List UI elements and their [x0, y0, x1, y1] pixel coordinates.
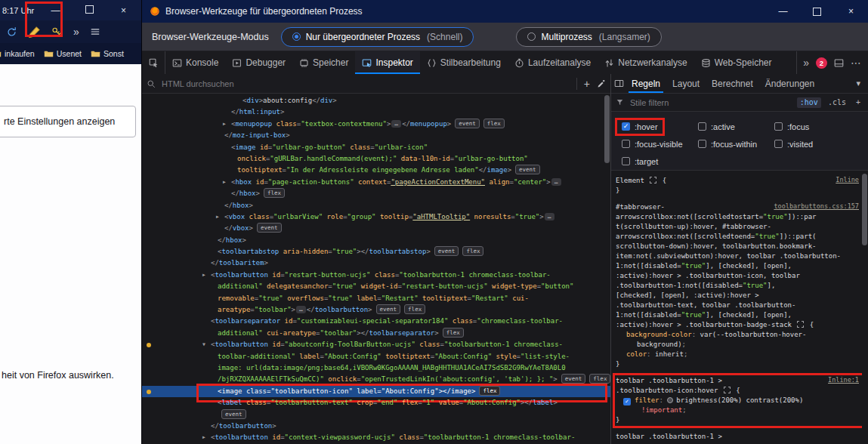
rule-line[interactable]: background);	[616, 340, 862, 350]
markup-scrollbar-thumb[interactable]	[604, 95, 610, 163]
markup-line[interactable]: additional" cui-areatype="toolbar"></too…	[142, 328, 610, 339]
flex-badge[interactable]: flex	[404, 304, 425, 314]
checkbox-icon[interactable]	[622, 140, 630, 148]
overflow-chevron-icon[interactable]: »	[73, 26, 79, 37]
markup-line[interactable]: ▶<toolbarbutton id="context-viewpassword…	[142, 432, 610, 443]
toggle-cls-button[interactable]: .cls	[825, 97, 849, 108]
collapsed-children-button[interactable]: …	[391, 120, 401, 128]
markup-line[interactable]: ▼<toolbarbutton id="aboutconfig-ToolBarB…	[142, 339, 610, 350]
event-badge[interactable]: event	[434, 246, 459, 256]
element-picker-button[interactable]	[142, 51, 165, 74]
pseudo-toggle-active[interactable]: :active	[693, 120, 740, 134]
checkbox-icon[interactable]	[622, 157, 630, 165]
markup-line[interactable]: tooltiptext="In der Adressleiste eingege…	[142, 165, 610, 176]
show-settings-button[interactable]: rte Einstellungen anzeigen	[0, 106, 136, 137]
rule-line[interactable]: background-color: var(--toolbarbutton-ho…	[616, 330, 862, 340]
tab-laufzeitanalyse[interactable]: Laufzeitanalyse	[508, 51, 598, 74]
pseudo-toggle-target[interactable]: :target	[617, 155, 663, 168]
markup-line[interactable]: <label class="toolbarbutton-text" crop="…	[142, 397, 610, 409]
tab-inspektor[interactable]: Inspektor	[355, 51, 419, 74]
event-badge[interactable]: event	[561, 374, 586, 384]
rule-line[interactable]: t(scrollbutton-up):hover, #tabbrowser-	[616, 222, 862, 232]
sidebar-tab-layout[interactable]: Layout	[666, 74, 706, 93]
markup-line[interactable]: <div>about:config</div>	[142, 95, 610, 106]
selector-highlighter-icon[interactable]	[797, 321, 804, 328]
pseudo-toggle-focus-within[interactable]: :focus-within	[693, 137, 761, 151]
stylesheet-link[interactable]: toolbarbuttons.css:157	[774, 202, 859, 210]
flex-badge[interactable]: flex	[483, 119, 505, 128]
rules-scrollbar-thumb[interactable]	[862, 174, 867, 245]
event-badge[interactable]: event	[455, 119, 480, 128]
rule-line[interactable]: }	[616, 415, 862, 425]
selector-highlighter-icon[interactable]	[650, 177, 656, 183]
rule-line[interactable]: arrowscrollbox:not([scrolledtoend="true"…	[616, 232, 862, 242]
rule-line[interactable]: .toolbarbutton-1:not([disabled="true"],	[616, 281, 862, 291]
tab-debugger[interactable]: Debugger	[225, 51, 292, 74]
markup-line[interactable]: onclick="gURLBar.handleCommand(event);" …	[142, 153, 610, 165]
flex-badge[interactable]: flex	[462, 246, 483, 256]
pseudo-toggle-visited[interactable]: :visited	[770, 137, 817, 151]
rule-line[interactable]: arrowscrollbox:not([scrolledtostart="tru…	[616, 212, 862, 222]
checkbox-icon[interactable]	[698, 122, 706, 131]
markup-line[interactable]: ▶<toolbarbutton id="restart-button-ucjs"…	[142, 270, 610, 281]
filter-swatch-icon[interactable]	[667, 397, 673, 403]
collapsed-children-button[interactable]: …	[545, 213, 554, 220]
sidebar-tab-berechnet[interactable]: Berechnet	[706, 74, 759, 93]
eyedropper-icon[interactable]	[597, 79, 606, 88]
markup-line[interactable]: <toolbartabstop aria-hidden="true"></too…	[142, 246, 610, 257]
bookmark-folder[interactable]: Usenet	[44, 49, 82, 59]
markup-line[interactable]: </moz-input-box>	[142, 130, 610, 141]
flex-badge[interactable]: flex	[589, 374, 610, 384]
expand-arrow-icon[interactable]: ▶	[202, 270, 205, 281]
pseudo-toggle-hover[interactable]: ✓:hover	[617, 120, 663, 134]
three-pane-toggle-icon[interactable]	[614, 79, 624, 88]
css-rule[interactable]: toolbar .toolbarbutton-1 >	[616, 432, 862, 442]
event-badge[interactable]: event	[221, 409, 246, 419]
stylesheet-link[interactable]: Inline	[836, 176, 859, 183]
markup-line[interactable]: </toolbaritem>	[142, 257, 610, 269]
css-rule[interactable]: toolbarbuttons.css:157#tabbrowser-arrows…	[616, 202, 862, 369]
rule-line[interactable]: !important;	[616, 405, 862, 415]
markup-line[interactable]: </toolbarbutton>	[142, 421, 610, 432]
markup-line[interactable]: </hbox>	[142, 235, 610, 246]
expand-arrow-icon[interactable]: ▶	[223, 119, 226, 130]
hamburger-menu-icon[interactable]	[90, 26, 100, 37]
markup-line[interactable]: /bjRXZQXAAAAAElFTkSuQmCC)" onclick="open…	[142, 374, 610, 385]
tab-overflow-button[interactable]: »	[803, 57, 809, 68]
bookmark-folder[interactable]: Sonst	[91, 49, 124, 59]
password-key-icon[interactable]	[51, 26, 63, 38]
selector-highlighter-icon[interactable]	[724, 387, 731, 393]
markup-line[interactable]: </hbox>flex	[142, 188, 610, 199]
markup-line[interactable]: ▶<hbox id="page-action-buttons" context=…	[142, 177, 610, 188]
expand-arrow-icon[interactable]: ▶	[202, 432, 205, 443]
style-filter-input[interactable]	[629, 97, 792, 108]
rule-line[interactable]: .toolbarbutton-text, toolbar .toolbarbut…	[616, 301, 862, 310]
css-rule[interactable]: InlineElement {}	[616, 176, 862, 196]
rule-line[interactable]: item:not(.subviewbutton):hover, toolbar …	[616, 251, 862, 261]
markup-line[interactable]: </vbox>event	[142, 223, 610, 234]
rule-line[interactable]: toolbar .toolbarbutton-1 >	[616, 432, 862, 442]
rule-line[interactable]: Element {	[616, 176, 862, 186]
markup-line[interactable]: ▶<vbox class="urlbarView" role="group" t…	[142, 211, 610, 223]
split-console-icon[interactable]	[834, 58, 844, 68]
markup-line[interactable]: removable="true" overflows="true" label=…	[142, 293, 610, 304]
close-button[interactable]: ×	[834, 0, 868, 23]
html-search-input[interactable]	[160, 79, 572, 89]
maximize-button[interactable]	[800, 0, 834, 23]
tab-netzwerkanalyse[interactable]: Netzwerkanalyse	[598, 51, 693, 74]
markup-line[interactable]: <image class="toolbarbutton-icon" label=…	[142, 386, 610, 397]
markup-line[interactable]: <image id="urlbar-go-button" class="urlb…	[142, 142, 610, 153]
collapsed-children-button[interactable]: …	[296, 306, 306, 313]
toggle-hov-button[interactable]: :hov	[797, 97, 821, 108]
markup-line[interactable]: areatype="toolbar">…</toolbarbutton>even…	[142, 304, 610, 316]
bg-minimize-button[interactable]: —	[39, 5, 73, 16]
expand-arrow-icon[interactable]: ▶	[223, 177, 226, 188]
error-count-badge[interactable]: 2	[816, 57, 827, 69]
checkbox-icon[interactable]	[774, 122, 783, 131]
tab-konsole[interactable]: Konsole	[165, 51, 225, 74]
markup-line[interactable]: <toolbarseparator id="customizableui-spe…	[142, 316, 610, 327]
mode-option-unselected[interactable]: Multiprozess(Langsamer)	[516, 27, 661, 47]
tab-speicher[interactable]: Speicher	[292, 51, 355, 74]
flex-badge[interactable]: flex	[479, 386, 500, 396]
tab-web-speicher[interactable]: Web-Speicher	[694, 51, 779, 74]
